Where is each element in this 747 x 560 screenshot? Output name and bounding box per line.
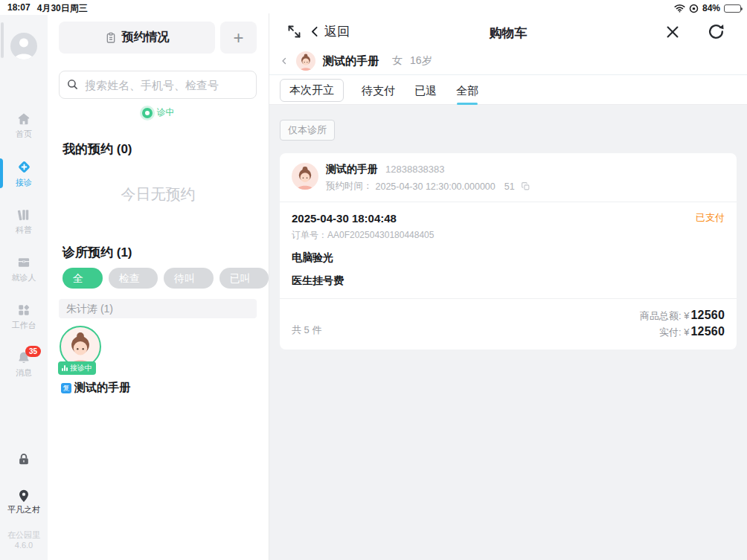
status-time: 18:07 bbox=[7, 2, 31, 15]
sidebar-label: 消息 bbox=[16, 367, 32, 379]
sidebar-label: 首页 bbox=[16, 129, 32, 140]
refresh-icon[interactable] bbox=[707, 22, 725, 41]
filter-in-exam[interactable]: 检查中 bbox=[109, 268, 158, 289]
sidebar-label: 工作台 bbox=[12, 320, 36, 331]
in-consult-label: 接诊中 bbox=[70, 363, 92, 373]
sidebar-nav: 首页 接诊 科普 bbox=[0, 112, 48, 379]
paid-value: 12560 bbox=[691, 325, 725, 338]
patient-name: 测试的手册 bbox=[74, 381, 130, 395]
home-icon bbox=[16, 112, 31, 126]
paid-status-badge: 已支付 bbox=[696, 211, 725, 225]
doctor-group-header[interactable]: 朱计涛 (1) bbox=[59, 299, 257, 318]
cart-tabs: 本次开立 待支付 已退 全部 bbox=[269, 76, 747, 105]
revisit-tag: 复 bbox=[61, 383, 71, 393]
lock-icon[interactable] bbox=[16, 452, 31, 467]
user-avatar-placeholder[interactable] bbox=[10, 33, 37, 59]
clinic-name[interactable]: 平凡之村 bbox=[0, 504, 48, 515]
tab-refunded[interactable]: 已退 bbox=[414, 76, 437, 105]
tab-unpaid[interactable]: 待支付 bbox=[362, 76, 395, 105]
appointment-status-button[interactable]: 预约情况 bbox=[59, 22, 215, 54]
order-item: 电脑验光 bbox=[292, 251, 725, 265]
location-pin-icon[interactable] bbox=[16, 489, 31, 503]
sidebar-item-consult[interactable]: 接诊 bbox=[0, 159, 48, 188]
cart-patient-name: 测试的手册 bbox=[323, 54, 379, 68]
search-box bbox=[59, 71, 257, 99]
sidebar-item-patients[interactable]: 就诊人 bbox=[0, 255, 48, 283]
add-button[interactable]: + bbox=[220, 22, 257, 54]
patients-box-icon bbox=[16, 255, 31, 270]
clinic-appointments-title: 诊所预约 (1) bbox=[62, 244, 132, 261]
order-no-label: 订单号： bbox=[292, 230, 327, 240]
books-icon bbox=[16, 207, 31, 222]
cart-content: 仅本诊所 测试的手册 12838838383 预约时间： 2025-04-30 … bbox=[269, 105, 747, 560]
sidebar-item-science[interactable]: 科普 bbox=[0, 207, 48, 236]
order-patient-phone: 12838838383 bbox=[385, 164, 445, 175]
signal-bars-icon bbox=[62, 365, 68, 371]
wifi-icon bbox=[674, 4, 685, 13]
total-value: 12560 bbox=[691, 309, 725, 321]
workbench-grid-icon bbox=[16, 303, 31, 318]
order-no-value: AA0F20250430180448405 bbox=[327, 230, 434, 240]
battery-icon bbox=[724, 4, 741, 13]
app-footer: 在公园里 4.6.0 bbox=[0, 530, 48, 550]
cart-patient-age: 16岁 bbox=[410, 54, 432, 68]
item-count: 共 5 件 bbox=[292, 324, 321, 339]
app-version: 4.6.0 bbox=[0, 540, 48, 550]
filter-waiting[interactable]: 待叫号 bbox=[164, 268, 213, 289]
order-patient-row: 测试的手册 12838838383 预约时间： 2025-04-30 12:30… bbox=[280, 153, 737, 202]
status-date: 4月30日周三 bbox=[37, 2, 88, 15]
on-duty-dot-icon bbox=[142, 108, 153, 118]
sidebar-item-messages[interactable]: 35 消息 bbox=[0, 350, 48, 379]
order-totals: 共 5 件 商品总额: ¥12560 实付: ¥12560 bbox=[280, 299, 737, 350]
paid-label: 实付: ¥ bbox=[659, 326, 689, 338]
appointment-status-label: 预约情况 bbox=[122, 30, 170, 45]
appointments-panel: 预约情况 + 诊中 我的预约 (0) 今日无预约 诊所预约 (1) 全部 检查中… bbox=[48, 0, 269, 560]
message-count-badge: 35 bbox=[25, 346, 41, 357]
appointment-filters: 全部 检查中 待叫号 已叫号 bbox=[62, 268, 269, 289]
filter-called[interactable]: 已叫号 bbox=[219, 268, 269, 289]
orientation-lock-icon bbox=[689, 4, 699, 13]
status-bar: 18:07 4月30日周三 84% bbox=[0, 0, 747, 15]
cart-header: 返回 购物车 bbox=[269, 18, 747, 48]
no-appointments-text: 今日无预约 bbox=[48, 184, 269, 205]
tab-current-order[interactable]: 本次开立 bbox=[280, 79, 344, 102]
order-section[interactable]: 2025-04-30 18:04:48 已支付 订单号：AA0F20250430… bbox=[280, 202, 737, 298]
copy-icon[interactable] bbox=[521, 181, 530, 191]
sidebar-label: 接诊 bbox=[16, 177, 32, 188]
sidebar-item-home[interactable]: 首页 bbox=[0, 112, 48, 140]
consult-diamond-cross-icon bbox=[16, 159, 32, 175]
order-item: 医生挂号费 bbox=[292, 274, 725, 288]
cart-patient-bar[interactable]: 测试的手册 女 16岁 bbox=[269, 48, 747, 75]
on-duty-label: 诊中 bbox=[157, 106, 175, 119]
sidebar: 首页 接诊 科普 bbox=[0, 15, 48, 560]
cart-panel: 返回 购物车 bbox=[269, 0, 747, 560]
sidebar-label: 科普 bbox=[16, 225, 32, 236]
org-name: 在公园里 bbox=[0, 530, 48, 540]
order-time: 2025-04-30 18:04:48 bbox=[292, 212, 397, 225]
sidebar-item-workbench[interactable]: 工作台 bbox=[0, 303, 48, 331]
close-icon[interactable] bbox=[664, 24, 681, 40]
sidebar-label: 就诊人 bbox=[12, 272, 36, 283]
collapse-chevron-icon[interactable] bbox=[280, 57, 289, 65]
search-icon bbox=[66, 78, 79, 91]
order-patient-name: 测试的手册 bbox=[326, 163, 378, 176]
patient-entry[interactable]: 接诊中 bbox=[60, 326, 134, 367]
cart-patient-avatar bbox=[296, 51, 315, 71]
appointment-time-value: 2025-04-30 12:30:00.000000 bbox=[376, 181, 496, 192]
search-input[interactable] bbox=[59, 71, 257, 99]
appointment-number: 51 bbox=[504, 181, 515, 192]
tab-all[interactable]: 全部 bbox=[456, 76, 478, 105]
my-appointments-title: 我的预约 (0) bbox=[62, 141, 132, 158]
cart-patient-gender: 女 bbox=[392, 54, 403, 68]
battery-percent: 84% bbox=[702, 3, 720, 13]
sidebar-scroll-handle[interactable] bbox=[1, 22, 4, 58]
total-label: 商品总额: ¥ bbox=[640, 310, 689, 321]
app-screen: 18:07 4月30日周三 84% bbox=[0, 0, 747, 560]
patient-name-row[interactable]: 复 测试的手册 bbox=[61, 381, 130, 395]
filter-all[interactable]: 全部 bbox=[62, 268, 103, 289]
order-patient-avatar bbox=[292, 163, 318, 190]
order-card: 测试的手册 12838838383 预约时间： 2025-04-30 12:30… bbox=[280, 153, 737, 350]
on-duty-toggle[interactable]: 诊中 bbox=[48, 106, 269, 119]
clipboard-icon bbox=[105, 32, 117, 44]
clinic-scope-chip[interactable]: 仅本诊所 bbox=[280, 120, 335, 141]
